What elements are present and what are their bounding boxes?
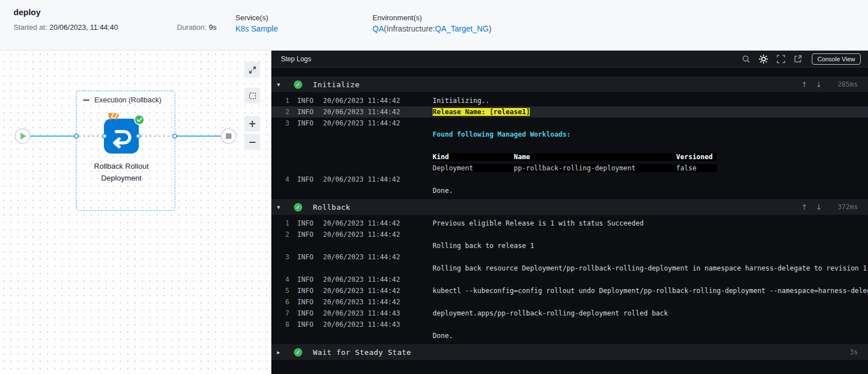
line-number bbox=[276, 151, 289, 163]
log-body: ▾✓Initialize↑↓285ms1INFO20/06/2023 11:44… bbox=[271, 67, 868, 374]
zoom-out-icon[interactable]: − bbox=[244, 134, 260, 150]
log-timestamp: 20/06/2023 11:44:42 bbox=[323, 274, 433, 285]
log-row: Kind Name Versioned bbox=[271, 151, 868, 163]
duration: Duration:9s bbox=[177, 23, 216, 31]
log-message bbox=[433, 229, 868, 240]
search-icon[interactable] bbox=[742, 55, 751, 64]
line-number bbox=[276, 330, 289, 341]
fullscreen-icon[interactable] bbox=[776, 55, 785, 64]
edge-point[interactable] bbox=[75, 134, 79, 138]
stop-icon bbox=[226, 133, 231, 139]
step-logs-panel: Step Logs Console View bbox=[271, 51, 868, 374]
service-link[interactable]: K8s Sample bbox=[235, 24, 278, 33]
log-row: 3INFO20/06/2023 11:44:42 bbox=[271, 118, 868, 129]
log-message bbox=[433, 274, 868, 285]
end-node bbox=[221, 129, 236, 143]
step-node-rollback-rollout-deployment[interactable] bbox=[104, 113, 144, 154]
log-message: Done. bbox=[433, 330, 868, 341]
log-section-header[interactable]: ▾✓Rollback↑↓372ms bbox=[271, 199, 868, 215]
log-row: 2INFO20/06/2023 11:44:42 bbox=[271, 229, 868, 240]
log-section-header[interactable]: ▾✓Initialize↑↓285ms bbox=[271, 76, 868, 92]
log-row: Rolling back to release 1 bbox=[271, 240, 868, 251]
log-timestamp: 20/06/2023 11:44:42 bbox=[323, 218, 433, 229]
log-level: INFO bbox=[297, 296, 323, 308]
log-message: Initializing.. bbox=[433, 95, 868, 106]
log-message: Rolling back resource Deployment/pp-roll… bbox=[433, 263, 868, 274]
log-level: INFO bbox=[297, 106, 323, 118]
environment-link[interactable]: QA bbox=[372, 24, 384, 33]
log-message-text: Previous eligible Release is 1 with stat… bbox=[433, 219, 644, 227]
log-section-header[interactable]: ▸✓Wait for Steady State3s bbox=[271, 344, 868, 360]
scroll-to-bottom-icon[interactable]: ↓ bbox=[816, 203, 822, 211]
line-number bbox=[276, 129, 289, 140]
scroll-to-top-icon[interactable]: ↑ bbox=[801, 203, 807, 211]
log-timestamp: 20/06/2023 11:44:43 bbox=[323, 319, 433, 330]
edge-point[interactable] bbox=[103, 134, 107, 138]
log-message: Rolling back to release 1 bbox=[433, 240, 868, 251]
log-level: INFO bbox=[297, 319, 323, 330]
pipeline-title: deploy bbox=[13, 7, 40, 17]
section-log-lines: 1INFO20/06/2023 11:44:42Previous eligibl… bbox=[271, 215, 868, 344]
log-row: Deployment pp-rollback-rolling-deploymen… bbox=[271, 163, 868, 174]
started-at-value: 20/06/2023, 11:44:40 bbox=[49, 23, 118, 31]
chevron-down-icon[interactable]: ▾ bbox=[277, 204, 287, 211]
log-message-text: Initializing.. bbox=[433, 97, 489, 105]
infrastructure-link[interactable]: QA_Target_NG bbox=[435, 24, 489, 33]
pipeline-graph bbox=[0, 51, 271, 374]
log-timestamp: 20/06/2023 11:44:42 bbox=[323, 118, 433, 129]
log-level bbox=[297, 140, 323, 151]
duration-value: 9s bbox=[209, 23, 217, 31]
section-success-check-icon: ✓ bbox=[294, 348, 302, 357]
console-toolbar-actions: Console View bbox=[742, 53, 861, 65]
log-row: Done. bbox=[271, 185, 868, 196]
line-number: 1 bbox=[276, 218, 289, 229]
section-title: Rollback bbox=[313, 203, 351, 211]
line-number: 6 bbox=[276, 296, 289, 308]
log-message: Previous eligible Release is 1 with stat… bbox=[433, 218, 868, 229]
zoom-in-icon[interactable]: + bbox=[244, 116, 260, 132]
line-number bbox=[276, 185, 289, 196]
infrastructure-suffix: ) bbox=[489, 24, 492, 33]
success-check-icon bbox=[135, 115, 144, 125]
section-title: Wait for Steady State bbox=[313, 348, 411, 357]
log-row: 5INFO20/06/2023 11:44:42kubectl --kubeco… bbox=[271, 285, 868, 296]
log-timestamp: 20/06/2023 11:44:42 bbox=[323, 285, 433, 296]
log-row: 4INFO20/06/2023 11:44:42 bbox=[271, 174, 868, 185]
line-number bbox=[276, 263, 289, 274]
line-number: 4 bbox=[276, 274, 289, 285]
log-level bbox=[297, 263, 323, 274]
log-message bbox=[433, 174, 868, 185]
scroll-to-top-icon[interactable]: ↑ bbox=[801, 80, 807, 89]
log-timestamp: 20/06/2023 11:44:42 bbox=[323, 296, 433, 308]
start-node bbox=[15, 129, 30, 143]
log-row: 4INFO20/06/2023 11:44:42 bbox=[271, 274, 868, 285]
log-row: 3INFO20/06/2023 11:44:42 bbox=[271, 251, 868, 263]
chevron-right-icon[interactable]: ▸ bbox=[277, 349, 287, 356]
log-message bbox=[433, 118, 868, 129]
log-level bbox=[297, 151, 323, 163]
edge-point[interactable] bbox=[137, 134, 140, 138]
edge-point[interactable] bbox=[173, 134, 177, 138]
log-timestamp bbox=[323, 330, 433, 341]
log-message bbox=[433, 319, 868, 330]
log-row: 6INFO20/06/2023 11:44:42 bbox=[271, 296, 868, 308]
log-message: deployment.apps/pp-rollback-rolling-depl… bbox=[433, 308, 868, 319]
log-row: Done. bbox=[271, 330, 868, 341]
scroll-to-bottom-icon[interactable]: ↓ bbox=[816, 80, 822, 89]
settings-gear-icon[interactable] bbox=[758, 54, 769, 64]
log-row: 7INFO20/06/2023 11:44:43deployment.apps/… bbox=[271, 308, 868, 319]
environment-value: QA(Infrastructure:QA_Target_NG) bbox=[372, 24, 492, 33]
marquee-select-icon[interactable] bbox=[244, 88, 260, 103]
section-duration: 372ms bbox=[828, 203, 858, 211]
chevron-down-icon[interactable]: ▾ bbox=[277, 81, 287, 88]
log-message-text: Done. bbox=[433, 332, 453, 340]
console-title: Step Logs bbox=[281, 55, 311, 63]
log-row: 1INFO20/06/2023 11:44:42Initializing.. bbox=[271, 95, 868, 106]
expand-canvas-icon[interactable] bbox=[244, 62, 260, 78]
open-in-new-tab-icon[interactable] bbox=[793, 55, 802, 64]
log-row: 1INFO20/06/2023 11:44:42Previous eligibl… bbox=[271, 218, 868, 229]
log-timestamp: 20/06/2023 11:44:42 bbox=[323, 95, 433, 106]
log-level bbox=[297, 163, 323, 174]
log-level: INFO bbox=[297, 174, 323, 185]
console-view-button[interactable]: Console View bbox=[812, 53, 861, 65]
